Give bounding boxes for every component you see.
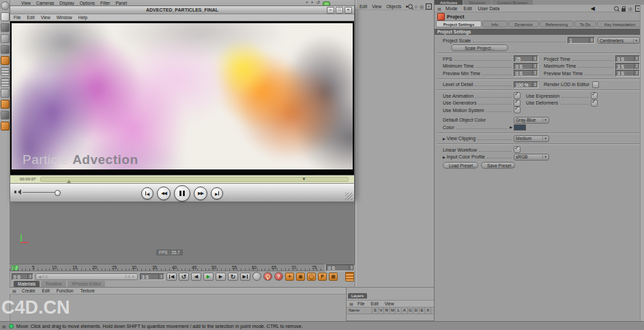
goto-start-button[interactable]: ◀ [166, 273, 177, 281]
spinner-arrows-icon[interactable]: ▲▼ [349, 265, 354, 271]
target-icon[interactable]: ◎ [628, 6, 632, 12]
object-axis-icon[interactable] [1, 56, 10, 65]
rotation-key-toggle[interactable]: ◯ [307, 273, 316, 281]
layers-col-e[interactable]: E [420, 307, 426, 314]
tab-info[interactable]: Info [482, 20, 508, 27]
spinner-arrows-icon[interactable]: ▲▼ [532, 70, 538, 76]
layers-col-s[interactable]: S [372, 307, 379, 314]
editor-viewport[interactable]: FPS : 35.7 [10, 198, 355, 264]
tab-structure[interactable]: Structure [463, 0, 491, 5]
maximize-button[interactable]: □ [336, 7, 343, 14]
lock-icon[interactable] [621, 8, 626, 12]
menu-file[interactable]: File [357, 301, 364, 306]
tab-dynamics[interactable]: Dynamics [508, 20, 539, 27]
layers-col-v[interactable]: V [379, 307, 385, 314]
spinner-arrows-icon[interactable]: ▲▼ [532, 82, 538, 87]
record-active-objects-button[interactable] [263, 272, 272, 281]
render-lod-checkbox[interactable] [592, 81, 599, 88]
input-color-profile-dropdown[interactable]: sRGB ▼ [514, 154, 549, 161]
menu-texture[interactable]: Texture [80, 288, 95, 293]
panel-menu-icon[interactable]: ▤ [12, 288, 16, 293]
layers-col-g[interactable]: G [408, 307, 414, 314]
layers-col-a[interactable]: A [402, 307, 408, 314]
tab-timeline[interactable]: Timeline [41, 281, 65, 287]
spinner-arrows-icon[interactable]: ▲▼ [634, 70, 639, 76]
tab-xpresso-editor[interactable]: XPresso Editor [68, 281, 105, 287]
menu-display[interactable]: Display [59, 1, 74, 5]
timeline-end-field[interactable]: 0 S ▲▼ [326, 264, 355, 271]
spinner-arrows-icon[interactable]: ▲▼ [532, 56, 538, 61]
timeline-layers-icon[interactable] [345, 272, 354, 281]
polygons-mode-icon[interactable] [1, 89, 10, 98]
preview-max-time-field[interactable]: 3 S▲▼ [615, 70, 640, 77]
spinner-arrows-icon[interactable]: ▲▼ [532, 64, 538, 69]
use-deformers-checkbox[interactable]: ✓ [591, 100, 598, 107]
layers-name-column[interactable]: Name [347, 307, 372, 314]
attributes-scrollbar[interactable] [640, 5, 644, 321]
preview-min-time-field[interactable]: 0 S▲▼ [514, 70, 538, 77]
minimum-time-field[interactable]: 0 S▲▼ [514, 63, 538, 70]
skip-forward-button[interactable]: ▶ [211, 187, 223, 200]
expander-icon[interactable]: ▶ [510, 125, 512, 129]
volume-slider[interactable] [23, 192, 61, 193]
record-keyframe-button[interactable] [252, 272, 261, 281]
menu-user-data[interactable]: User Data [478, 6, 500, 11]
menu-cameras[interactable]: Cameras [36, 1, 54, 5]
menu-view[interactable]: View [21, 1, 31, 5]
load-preset-button[interactable]: Load Preset... [443, 162, 478, 169]
menu-edit[interactable]: Edit [464, 6, 472, 11]
points-mode-icon[interactable] [1, 67, 10, 76]
scale-project-button[interactable]: Scale Project... [451, 44, 508, 51]
texture-mode-icon[interactable] [1, 34, 10, 43]
tab-materials[interactable]: Materials [14, 281, 40, 287]
snap-settings-icon[interactable] [1, 122, 10, 130]
linear-workflow-checkbox[interactable]: ✓ [514, 146, 521, 153]
edges-mode-icon[interactable] [1, 78, 10, 87]
spinner-arrows-icon[interactable]: ▲▼ [27, 274, 33, 279]
snap-magnet-icon[interactable] [1, 100, 10, 109]
menu-edit[interactable]: Edit [360, 4, 367, 9]
workplane-lock-icon[interactable] [1, 111, 10, 120]
playhead-marker[interactable] [67, 178, 71, 183]
menu-help[interactable]: Help [78, 15, 87, 20]
loop-backward-button[interactable]: ↺ [179, 273, 189, 281]
project-scale-unit-dropdown[interactable]: Centimeters ▼ [598, 37, 640, 44]
play-forward-button[interactable]: ▶ [203, 273, 214, 281]
timeline-ruler[interactable]: 0 5 10 15 20 25 30 35 40 45 50 55 60 65 … [10, 264, 325, 271]
player-titlebar[interactable]: ADVECTED_PARTICLES_FINAL – □ × [10, 6, 354, 14]
spinner-arrows-icon[interactable]: ▲▼ [634, 64, 639, 69]
menu-panel[interactable]: Panel [116, 1, 128, 5]
menu-objects[interactable]: Objects [386, 4, 401, 9]
spinner-arrows-icon[interactable]: ▲▼ [589, 38, 594, 43]
search-icon[interactable] [614, 6, 619, 11]
autokey-button[interactable]: ? [274, 272, 283, 281]
project-time-field[interactable]: 0 S▲▼ [615, 55, 640, 62]
level-of-detail-field[interactable]: 100 %▲▼ [514, 81, 538, 88]
menu-options[interactable]: Options [80, 1, 95, 5]
add-panel-icon[interactable]: + [426, 3, 432, 10]
menu-file[interactable]: File [14, 15, 20, 20]
rotate-view-icon[interactable]: ↺ [317, 0, 320, 5]
video-frame[interactable]: Particle Advection [10, 21, 354, 175]
pla-key-toggle[interactable]: ▦ [329, 273, 338, 281]
layers-col-l[interactable]: L [396, 307, 402, 314]
panel-menu-icon[interactable]: ▤ [349, 301, 353, 306]
player-seekbar[interactable]: 00:00:07 ▼ [10, 175, 354, 184]
position-key-toggle[interactable]: + [285, 273, 294, 281]
search-icon[interactable] [408, 4, 413, 9]
loop-forward-button[interactable]: ↻ [228, 273, 238, 281]
parameter-key-toggle[interactable]: P [318, 273, 327, 281]
layers-col-m[interactable]: M [390, 307, 396, 314]
minimize-button[interactable]: – [327, 7, 334, 14]
menu-edit[interactable]: Edit [42, 288, 50, 293]
chapter-marker-icon[interactable]: ▼ [302, 177, 306, 181]
use-motion-system-checkbox[interactable]: ✓ [514, 107, 521, 113]
tab-layers[interactable]: Layers [348, 293, 367, 299]
eye-icon[interactable]: ◎ [420, 4, 424, 10]
view-clipping-dropdown[interactable]: Medium ▼ [514, 135, 549, 142]
make-editable-icon[interactable] [1, 12, 10, 21]
history-back-icon[interactable]: ◀ [591, 5, 595, 12]
step-back-button[interactable]: ◀ [191, 273, 201, 281]
layers-col-x[interactable]: X [425, 307, 431, 314]
seek-track[interactable]: ▼ [40, 177, 349, 182]
